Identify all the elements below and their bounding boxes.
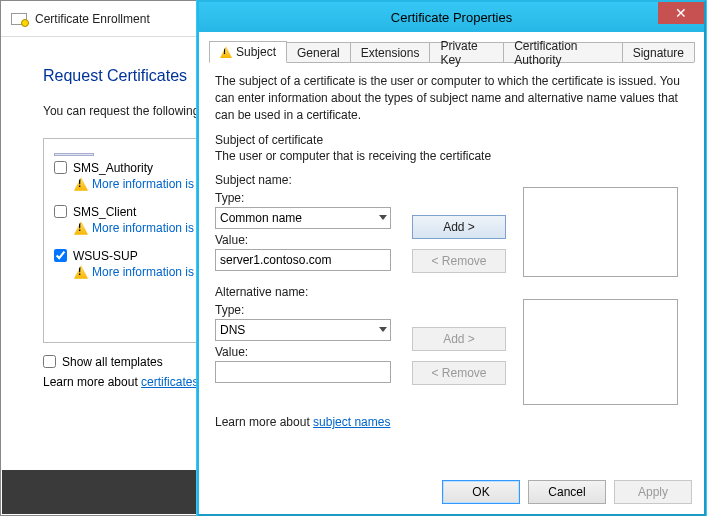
cancel-button[interactable]: Cancel xyxy=(528,480,606,504)
subject-remove-button[interactable]: < Remove xyxy=(412,249,506,273)
warning-icon xyxy=(74,265,88,279)
ok-button[interactable]: OK xyxy=(442,480,520,504)
subject-type-select[interactable] xyxy=(215,207,391,229)
alt-remove-button[interactable]: < Remove xyxy=(412,361,506,385)
properties-titlebar[interactable]: Certificate Properties ✕ xyxy=(199,2,704,32)
tab-content-subject: The subject of a certificate is the user… xyxy=(209,63,694,429)
properties-body: Subject General Extensions Private Key C… xyxy=(199,32,704,514)
tab-extensions[interactable]: Extensions xyxy=(350,42,431,62)
apply-button[interactable]: Apply xyxy=(614,480,692,504)
learn-more-subject-names: Learn more about subject names xyxy=(215,415,688,429)
enrollment-title: Certificate Enrollment xyxy=(35,12,150,26)
cert-checkbox-sms-authority[interactable] xyxy=(54,161,67,174)
subject-selected-list[interactable] xyxy=(523,187,678,277)
subject-value-input[interactable] xyxy=(215,249,391,271)
alt-type-select[interactable] xyxy=(215,319,391,341)
subject-type-label: Type: xyxy=(215,191,395,205)
alternative-name-header: Alternative name: xyxy=(215,285,688,299)
cert-checkbox-sms-client[interactable] xyxy=(54,205,67,218)
tab-strip: Subject General Extensions Private Key C… xyxy=(209,40,694,63)
alt-selected-list[interactable] xyxy=(523,299,678,405)
cert-label: SMS_Client xyxy=(73,205,136,219)
properties-dialog: Certificate Properties ✕ Subject General… xyxy=(197,0,706,516)
show-all-checkbox[interactable] xyxy=(43,355,56,368)
subject-value-label: Value: xyxy=(215,233,395,247)
cert-label: WSUS-SUP xyxy=(73,249,138,263)
certificate-icon xyxy=(11,13,27,25)
tab-signature[interactable]: Signature xyxy=(622,42,695,62)
cert-label: SMS_Authority xyxy=(73,161,153,175)
tab-general[interactable]: General xyxy=(286,42,351,62)
subject-names-link[interactable]: subject names xyxy=(313,415,390,429)
cert-checkbox-wsus-sup[interactable] xyxy=(54,249,67,262)
close-button[interactable]: ✕ xyxy=(658,2,704,24)
warning-icon xyxy=(74,221,88,235)
section-title: Subject of certificate xyxy=(215,133,688,147)
alt-value-label: Value: xyxy=(215,345,395,359)
tab-certification-authority[interactable]: Certification Authority xyxy=(503,42,622,62)
tab-subject[interactable]: Subject xyxy=(209,41,287,63)
partial-preview xyxy=(54,153,94,156)
subject-description: The subject of a certificate is the user… xyxy=(215,73,688,123)
subject-add-button[interactable]: Add > xyxy=(412,215,506,239)
dialog-buttons: OK Cancel Apply xyxy=(442,480,692,504)
show-all-label: Show all templates xyxy=(62,355,163,369)
certificates-link[interactable]: certificates xyxy=(141,375,198,389)
section-subtitle: The user or computer that is receiving t… xyxy=(215,149,688,163)
warning-icon xyxy=(220,46,232,58)
subject-name-header: Subject name: xyxy=(215,173,688,187)
alt-add-button[interactable]: Add > xyxy=(412,327,506,351)
alternative-name-block: Alternative name: Type: Value: Add > xyxy=(215,285,688,405)
alt-value-input[interactable] xyxy=(215,361,391,383)
tab-private-key[interactable]: Private Key xyxy=(429,42,504,62)
properties-title: Certificate Properties xyxy=(391,10,512,25)
alt-type-label: Type: xyxy=(215,303,395,317)
warning-icon xyxy=(74,177,88,191)
subject-name-block: Subject name: Type: Value: Add > xyxy=(215,173,688,277)
